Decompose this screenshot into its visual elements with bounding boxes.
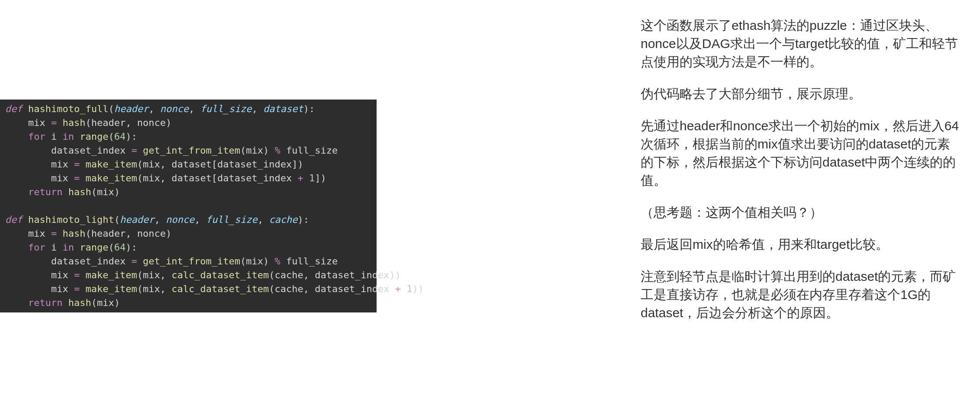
explain-p3: 先通过header和nonce求出一个初始的mix，然后进入64次循环，根据当前…: [641, 117, 961, 190]
func1-name: hashimoto_full: [28, 103, 108, 114]
func1-param4: dataset: [263, 103, 303, 114]
func1-param1: header: [114, 103, 148, 114]
func2-name: hashimoto_light: [28, 214, 114, 225]
explain-p2: 伪代码略去了大部分细节，展示原理。: [641, 85, 961, 103]
slide: def hashimoto_full(header, nonce, full_s…: [0, 0, 980, 399]
explain-p1: 这个函数展示了ethash算法的puzzle：通过区块头、nonce以及DAG求…: [641, 16, 961, 71]
code-block: def hashimoto_full(header, nonce, full_s…: [0, 100, 377, 312]
explain-p4: （思考题：这两个值相关吗？）: [641, 203, 961, 222]
func2-param1: header: [120, 214, 154, 225]
func2-param3: full_size: [206, 214, 258, 225]
kw-def: def: [5, 103, 23, 114]
explanation-text: 这个函数展示了ethash算法的puzzle：通过区块头、nonce以及DAG求…: [641, 16, 961, 336]
kw-def: def: [5, 214, 23, 225]
explain-p6: 注意到轻节点是临时计算出用到的dataset的元素，而矿工是直接访存，也就是必须…: [641, 267, 961, 322]
func1-param3: full_size: [200, 103, 251, 114]
explain-p5: 最后返回mix的哈希值，用来和target比较。: [641, 235, 961, 254]
func2-param2: nonce: [166, 214, 194, 225]
code-content: def hashimoto_full(header, nonce, full_s…: [5, 102, 371, 310]
func2-param4: cache: [269, 214, 297, 225]
func1-param2: nonce: [160, 103, 189, 114]
